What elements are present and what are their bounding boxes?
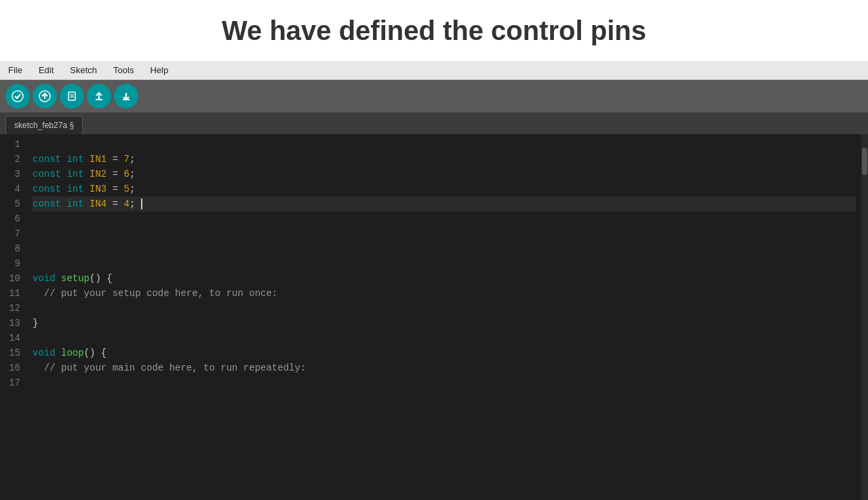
page-title: We have defined the control pins: [222, 16, 646, 46]
code-line-4: const int IN3 = 5;: [33, 182, 856, 196]
line-num-6: 6: [0, 211, 20, 226]
upload-button[interactable]: [33, 84, 57, 108]
toolbar: [0, 80, 868, 112]
code-line-3: const int IN2 = 6;: [33, 167, 856, 182]
line-num-16: 16: [0, 360, 20, 375]
title-bar: We have defined the control pins: [0, 0, 868, 61]
line-num-14: 14: [0, 331, 20, 346]
scrollbar[interactable]: [861, 134, 868, 500]
scrollbar-thumb[interactable]: [862, 148, 867, 175]
code-line-7: [33, 226, 856, 241]
menu-help[interactable]: Help: [147, 64, 171, 77]
menu-edit[interactable]: Edit: [36, 64, 56, 77]
code-line-8: [33, 241, 856, 256]
line-num-5: 5: [0, 196, 20, 211]
line-num-4: 4: [0, 182, 20, 196]
sketch-tab[interactable]: sketch_feb27a §: [5, 116, 83, 134]
new-button[interactable]: [60, 84, 84, 108]
code-line-13: }: [33, 316, 856, 331]
code-line-17: [33, 375, 856, 390]
line-numbers: 1 2 3 4 5 6 7 8 9 10 11 12 13 14 15 16 1…: [0, 134, 27, 500]
line-num-17: 17: [0, 375, 20, 390]
code-line-6: [33, 211, 856, 226]
code-line-16: // put your main code here, to run repea…: [33, 360, 856, 375]
line-num-8: 8: [0, 241, 20, 256]
line-num-13: 13: [0, 316, 20, 331]
svg-rect-3: [68, 92, 75, 100]
line-num-12: 12: [0, 301, 20, 316]
line-num-3: 3: [0, 167, 20, 182]
code-line-1: [33, 137, 856, 152]
line-num-15: 15: [0, 346, 20, 360]
menu-bar: File Edit Sketch Tools Help: [0, 61, 868, 80]
tab-bar: sketch_feb27a §: [0, 112, 868, 134]
line-num-7: 7: [0, 226, 20, 241]
code-line-15: void loop() {: [33, 346, 856, 360]
menu-sketch[interactable]: Sketch: [67, 64, 100, 77]
code-editor[interactable]: const int IN1 = 7; const int IN2 = 6; co…: [27, 134, 861, 500]
save-button[interactable]: [114, 84, 138, 108]
svg-point-0: [12, 91, 23, 102]
menu-file[interactable]: File: [5, 64, 25, 77]
code-line-9: [33, 256, 856, 271]
code-line-11: // put your setup code here, to run once…: [33, 286, 856, 301]
menu-tools[interactable]: Tools: [111, 64, 136, 77]
line-num-10: 10: [0, 271, 20, 286]
editor-area: 1 2 3 4 5 6 7 8 9 10 11 12 13 14 15 16 1…: [0, 134, 868, 500]
code-line-5: const int IN4 = 4;: [33, 196, 856, 211]
line-num-2: 2: [0, 152, 20, 167]
code-line-14: [33, 331, 856, 346]
code-line-10: void setup() {: [33, 271, 856, 286]
line-num-9: 9: [0, 256, 20, 271]
verify-button[interactable]: [5, 84, 30, 108]
line-num-11: 11: [0, 286, 20, 301]
code-line-12: [33, 301, 856, 316]
open-button[interactable]: [87, 84, 111, 108]
line-num-1: 1: [0, 137, 20, 152]
code-line-2: const int IN1 = 7;: [33, 152, 856, 167]
